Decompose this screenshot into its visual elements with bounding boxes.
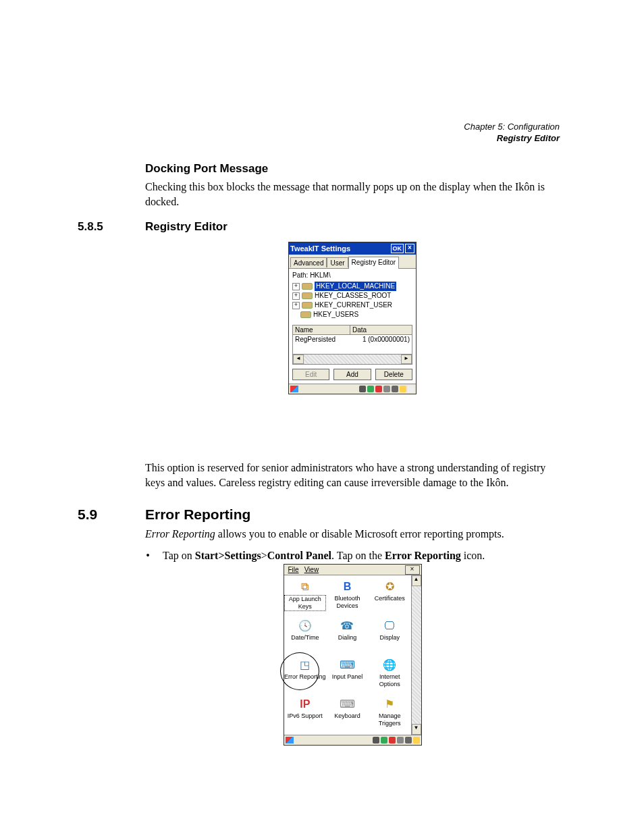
tab-advanced[interactable]: Advanced — [290, 257, 327, 267]
tweakit-tabs: Advanced User Registry Editor — [289, 255, 416, 269]
cpl-item-bluetooth[interactable]: B Bluetooth Devices — [326, 577, 369, 616]
tray-icon[interactable] — [400, 386, 406, 392]
start-icon[interactable] — [290, 386, 298, 392]
header-chapter: Chapter 5: Configuration — [464, 122, 560, 133]
key-icon — [302, 283, 313, 290]
cpl-label: IPv6 Support — [288, 712, 323, 720]
tree-node-hkcu[interactable]: + HKEY_CURRENT_USER — [292, 301, 412, 310]
menu-view[interactable]: View — [302, 566, 322, 573]
intro-emphasis: Error Reporting — [145, 528, 215, 540]
tree-node-hku[interactable]: HKEY_USERS — [292, 310, 412, 319]
close-button[interactable]: × — [405, 244, 414, 253]
tree-label-hkcu: HKEY_CURRENT_USER — [315, 301, 392, 310]
cpl-label: Input Panel — [332, 673, 363, 681]
tray-icon[interactable] — [381, 737, 387, 744]
expand-icon[interactable]: + — [292, 292, 300, 300]
scroll-down-icon[interactable]: ▼ — [412, 724, 421, 735]
input-panel-icon: ⌨ — [339, 656, 355, 673]
tray-icon[interactable] — [408, 386, 414, 392]
cpl-item-datetime[interactable]: 🕓 Date/Time — [284, 616, 327, 655]
tree-indent — [292, 312, 298, 318]
tray-icon[interactable] — [383, 386, 390, 392]
cpl-label: Display — [379, 634, 400, 642]
start-icon[interactable] — [286, 737, 294, 744]
registry-tree: + HKEY_LOCAL_MACHINE + HKEY_CLASSES_ROOT… — [292, 282, 412, 325]
heading-error-reporting: Error Reporting — [145, 506, 560, 523]
cpl-label: Bluetooth Devices — [326, 595, 369, 610]
bullet-text: Tap on Start>Settings>Control Panel. Tap… — [163, 548, 485, 563]
add-button[interactable]: Add — [333, 369, 371, 380]
edit-button[interactable]: Edit — [292, 369, 329, 380]
tray-icon[interactable] — [405, 737, 412, 744]
scroll-track[interactable] — [304, 355, 401, 364]
bullet-item: • Tap on Start>Settings>Control Panel. T… — [145, 548, 560, 563]
cpl-item-manage-triggers[interactable]: ⚑ Manage Triggers — [369, 694, 411, 733]
cpl-item-certificates[interactable]: ✪ Certificates — [369, 577, 411, 616]
tab-registry-editor[interactable]: Registry Editor — [348, 257, 400, 269]
tray-icon[interactable] — [367, 386, 374, 392]
cpl-item-error-reporting[interactable]: ◳ Error Reporting — [284, 655, 327, 694]
cpl-item-app-launch-keys[interactable]: ⧉ App Launch Keys — [284, 577, 327, 616]
tray-icon[interactable] — [392, 386, 398, 392]
cpl-label: Dialing — [338, 634, 357, 642]
expand-icon[interactable]: + — [292, 283, 300, 290]
body-registry-editor-note: This option is reserved for senior admin… — [145, 461, 560, 490]
scroll-right-icon[interactable]: ► — [401, 355, 412, 364]
ok-button[interactable]: OK — [391, 244, 404, 253]
screenshot-tweakit: TweakIT Settings OK × Advanced User Regi… — [288, 242, 417, 394]
cpl-icon-grid: ⧉ App Launch Keys B Bluetooth Devices ✪ … — [284, 575, 411, 735]
tree-node-hklm[interactable]: + HKEY_LOCAL_MACHINE — [292, 282, 412, 291]
heading-registry-editor: Registry Editor — [145, 220, 560, 234]
systray — [373, 737, 420, 744]
column-header-name[interactable]: Name — [293, 325, 350, 334]
cell-data: 1 (0x00000001) — [350, 335, 412, 354]
tray-icon[interactable] — [375, 386, 382, 392]
registry-values-grid: Name Data RegPersisted 1 (0x00000001) — [292, 325, 412, 355]
close-button[interactable]: × — [405, 565, 420, 575]
tree-label-hku: HKEY_USERS — [313, 310, 358, 319]
ipv6-icon: IP — [297, 696, 313, 712]
tweakit-title-text: TweakIT Settings — [290, 244, 350, 253]
scroll-track[interactable] — [412, 586, 421, 724]
table-row[interactable]: RegPersisted 1 (0x00000001) — [293, 335, 412, 355]
cpl-item-keyboard[interactable]: ⌨ Keyboard — [326, 694, 369, 733]
tray-icon[interactable] — [413, 737, 420, 744]
section-number-585: 5.8.5 — [78, 220, 103, 234]
cpl-item-ipv6[interactable]: IP IPv6 Support — [284, 694, 327, 733]
delete-button[interactable]: Delete — [375, 369, 412, 380]
running-header: Chapter 5: Configuration Registry Editor — [464, 122, 560, 145]
key-icon — [302, 302, 313, 309]
dialing-icon: ☎ — [339, 617, 355, 633]
cpl-item-internet-options[interactable]: 🌐 Internet Options — [369, 655, 411, 694]
cpl-label: Manage Triggers — [369, 712, 411, 727]
cpl-item-dialing[interactable]: ☎ Dialing — [326, 616, 369, 655]
scroll-up-icon[interactable]: ▲ — [412, 575, 421, 586]
cpl-item-display[interactable]: 🖵 Display — [369, 616, 411, 655]
tree-label-hklm: HKEY_LOCAL_MACHINE — [315, 282, 396, 291]
tray-icon[interactable] — [389, 737, 396, 744]
tree-node-hkcr[interactable]: + HKEY_CLASSES_ROOT — [292, 291, 412, 301]
body-error-reporting-intro: Error Reporting allows you to enable or … — [145, 527, 560, 542]
heading-docking-port-message: Docking Port Message — [145, 162, 560, 176]
column-header-data[interactable]: Data — [350, 325, 412, 334]
tab-user[interactable]: User — [327, 257, 348, 267]
cpl-label: Internet Options — [369, 673, 411, 688]
expand-icon[interactable]: + — [292, 302, 300, 309]
tray-icon[interactable] — [359, 386, 366, 392]
screenshot-control-panel: File View × ⧉ App Launch Keys B Bluetoot… — [284, 564, 422, 746]
keyboard-icon: ⌨ — [339, 696, 355, 712]
manage-triggers-icon: ⚑ — [381, 696, 398, 712]
section-number-59: 5.9 — [78, 506, 97, 523]
taskbar — [284, 735, 421, 745]
horizontal-scrollbar[interactable]: ◄ ► — [292, 354, 412, 365]
tray-icon[interactable] — [373, 737, 379, 744]
display-icon: 🖵 — [381, 617, 398, 633]
certificates-icon: ✪ — [381, 578, 398, 594]
scroll-left-icon[interactable]: ◄ — [293, 355, 304, 364]
app-launch-keys-icon: ⧉ — [297, 578, 313, 594]
cpl-item-input-panel[interactable]: ⌨ Input Panel — [326, 655, 369, 694]
tray-icon[interactable] — [397, 737, 404, 744]
cpl-menubar: File View × — [284, 565, 421, 575]
menu-file[interactable]: File — [286, 566, 302, 573]
vertical-scrollbar[interactable]: ▲ ▼ — [411, 575, 421, 735]
